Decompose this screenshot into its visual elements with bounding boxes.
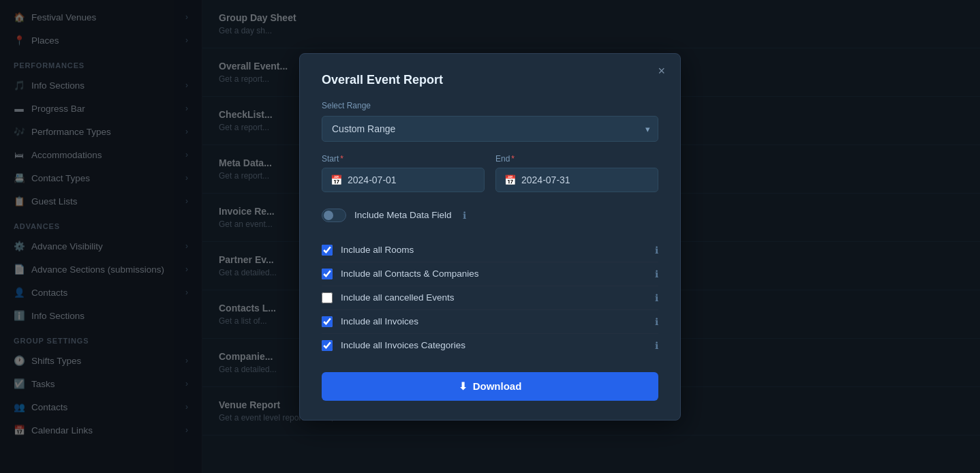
checkbox-invoices[interactable] <box>322 316 333 327</box>
calendar-end-icon: 📅 <box>504 174 516 185</box>
select-range-label: Select Range <box>322 101 658 110</box>
toggle-row: Include Meta Data Field ℹ <box>322 204 658 226</box>
checkbox-label-cancelled[interactable]: Include all cancelled Events <box>341 292 647 303</box>
toggle-slider <box>322 209 346 222</box>
download-button[interactable]: ⬇ Download <box>322 372 658 401</box>
download-icon: ⬇ <box>459 380 468 393</box>
start-date-input[interactable] <box>348 174 476 185</box>
checkbox-cancelled-events[interactable] <box>322 292 333 303</box>
info-icon-rooms[interactable]: ℹ <box>655 245 658 256</box>
info-icon-invoices[interactable]: ℹ <box>655 316 658 327</box>
checkbox-label-contacts[interactable]: Include all Contacts & Companies <box>341 269 647 279</box>
end-date-field: End* 📅 <box>495 154 658 192</box>
select-range-wrapper: Custom Range This Week This Month Last M… <box>322 116 658 142</box>
end-date-input-wrap: 📅 <box>495 168 658 192</box>
toggle-label: Include Meta Data Field <box>354 210 452 220</box>
date-row: Start* 📅 End* 📅 <box>322 154 658 192</box>
checkbox-row-cancelled: Include all cancelled Events ℹ <box>322 286 658 310</box>
checkbox-row-invoices: Include all Invoices ℹ <box>322 310 658 334</box>
info-icon-invoices-categories[interactable]: ℹ <box>655 340 658 351</box>
calendar-start-icon: 📅 <box>331 174 342 185</box>
checkbox-label-invoices[interactable]: Include all Invoices <box>341 316 647 326</box>
checkbox-row-rooms: Include all Rooms ℹ <box>322 239 658 262</box>
end-date-input[interactable] <box>521 174 649 185</box>
start-date-label: Start* <box>322 154 485 164</box>
end-date-label: End* <box>495 154 658 164</box>
info-icon-contacts[interactable]: ℹ <box>655 269 658 279</box>
modal-overlay[interactable]: × Overall Event Report Select Range Cust… <box>0 0 980 473</box>
info-icon-cancelled[interactable]: ℹ <box>655 292 658 303</box>
modal-overall-event-report: × Overall Event Report Select Range Cust… <box>299 53 681 421</box>
toggle-info-icon[interactable]: ℹ <box>463 210 466 221</box>
checkbox-list: Include all Rooms ℹ Include all Contacts… <box>322 239 658 357</box>
select-range-dropdown[interactable]: Custom Range This Week This Month Last M… <box>322 116 658 142</box>
checkbox-invoices-categories[interactable] <box>322 340 333 351</box>
modal-title: Overall Event Report <box>322 73 658 87</box>
checkbox-label-invoices-categories[interactable]: Include all Invoices Categories <box>341 340 647 350</box>
checkbox-row-contacts: Include all Contacts & Companies ℹ <box>322 262 658 286</box>
modal-close-button[interactable]: × <box>654 63 669 78</box>
checkbox-row-invoices-categories: Include all Invoices Categories ℹ <box>322 334 658 357</box>
checkbox-rooms[interactable] <box>322 245 333 256</box>
meta-data-toggle[interactable] <box>322 209 346 222</box>
start-date-input-wrap: 📅 <box>322 168 485 192</box>
checkbox-contacts-companies[interactable] <box>322 269 333 279</box>
start-date-field: Start* 📅 <box>322 154 485 192</box>
checkbox-label-rooms[interactable]: Include all Rooms <box>341 245 647 255</box>
